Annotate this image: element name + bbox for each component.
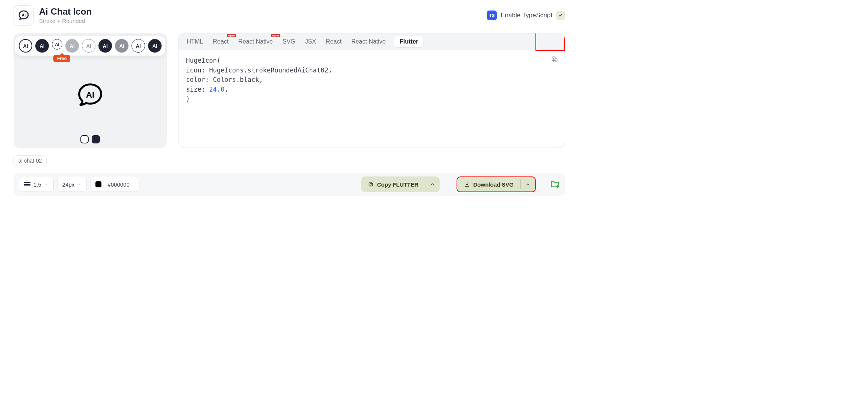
icon-preview-panel: AI AI AI AI AI AI AI AI AI Free AI xyxy=(14,33,167,148)
copy-options-button[interactable] xyxy=(425,176,440,192)
free-badge: Free xyxy=(53,55,70,62)
tab-svg-3[interactable]: SVG xyxy=(281,36,297,47)
variant-stroke-light[interactable]: AI xyxy=(82,39,95,53)
ai-chat-icon: AI xyxy=(76,81,105,110)
code-block: HugeIcon( icon: HugeIcons.strokeRoundedA… xyxy=(178,50,565,148)
header-icon-preview: AI xyxy=(14,5,34,26)
tab-react-5[interactable]: React xyxy=(324,36,343,47)
bg-swatch-white[interactable] xyxy=(80,135,89,143)
npm-badge: npm xyxy=(227,34,236,37)
svg-rect-2 xyxy=(553,58,557,62)
typescript-badge: TS xyxy=(487,11,497,20)
npm-badge: npm xyxy=(271,34,280,37)
ai-chat-icon: AI xyxy=(18,9,30,21)
color-input[interactable]: #000000 xyxy=(91,177,139,192)
svg-rect-3 xyxy=(552,57,556,60)
variant-stroke-thick[interactable]: AI xyxy=(19,39,32,53)
svg-rect-5 xyxy=(24,184,30,185)
chevron-down-icon xyxy=(77,182,82,187)
stroke-lines-icon xyxy=(24,182,30,187)
active-tab-highlight xyxy=(535,33,565,51)
download-svg-button[interactable]: Download SVG xyxy=(457,177,520,191)
check-icon xyxy=(558,13,563,18)
page-title: Ai Chat Icon xyxy=(39,7,92,17)
chevron-up-icon xyxy=(430,182,435,187)
color-swatch-icon xyxy=(95,181,101,187)
svg-text:AI: AI xyxy=(22,13,26,17)
copy-action-group: Copy FLUTTER xyxy=(361,176,440,192)
svg-rect-6 xyxy=(24,185,30,186)
chevron-up-icon xyxy=(525,182,531,187)
bg-swatch-black[interactable] xyxy=(92,135,100,143)
variant-solid-dark-2[interactable]: AI xyxy=(98,39,112,53)
variant-stroke-thin[interactable]: AI xyxy=(132,39,145,53)
download-options-button[interactable] xyxy=(521,177,535,191)
variant-solid-dark-1[interactable]: AI xyxy=(35,39,49,53)
icon-large-preview: AI xyxy=(76,56,105,135)
variant-solid-dark-3[interactable]: AI xyxy=(148,39,162,53)
copy-icon xyxy=(551,56,558,63)
svg-text:AI: AI xyxy=(86,90,95,99)
copy-code-button[interactable] xyxy=(550,54,560,64)
copy-icon xyxy=(368,181,374,187)
download-icon xyxy=(464,181,470,187)
bottom-toolbar: 1.5 24px #000000 Copy FLUTTER Downloa xyxy=(14,173,565,196)
copy-flutter-button[interactable]: Copy FLUTTER xyxy=(361,176,425,192)
tab-jsx-4[interactable]: JSX xyxy=(304,36,318,47)
add-to-collection-button[interactable] xyxy=(550,179,560,189)
code-panel: HTMLReactnpmReact NativenpmSVGJSXReactRe… xyxy=(178,33,565,148)
code-tabs: HTMLReactnpmReact NativenpmSVGJSXReactRe… xyxy=(178,33,565,50)
size-select[interactable]: 24px xyxy=(57,177,87,192)
tab-react-native-2[interactable]: React Nativenpm xyxy=(237,36,274,47)
tab-react-native-6[interactable]: React Native xyxy=(350,36,387,47)
svg-rect-7 xyxy=(370,183,373,186)
variant-gray-2[interactable]: AI xyxy=(115,39,129,53)
variant-strip: AI AI AI AI AI AI AI AI AI Free xyxy=(15,36,165,56)
enable-typescript-toggle[interactable] xyxy=(556,11,565,20)
tab-react-1[interactable]: Reactnpm xyxy=(212,36,230,47)
enable-typescript-label: Enable TypeScript xyxy=(501,12,552,19)
download-action-group: Download SVG xyxy=(457,176,536,192)
folder-plus-icon xyxy=(550,179,560,189)
svg-rect-4 xyxy=(24,182,30,183)
icon-slug-chip[interactable]: ai-chat-02 xyxy=(14,155,47,166)
tab-html-0[interactable]: HTML xyxy=(185,36,205,47)
chevron-down-icon xyxy=(44,182,49,187)
page-subtitle: StrokeRounded xyxy=(39,18,92,24)
variant-gray-1[interactable]: AI xyxy=(65,39,79,53)
variant-selected[interactable]: AI xyxy=(52,39,62,53)
svg-rect-8 xyxy=(369,182,372,185)
tab-flutter-7[interactable]: Flutter xyxy=(394,36,424,48)
stroke-width-select[interactable]: 1.5 xyxy=(19,177,54,192)
